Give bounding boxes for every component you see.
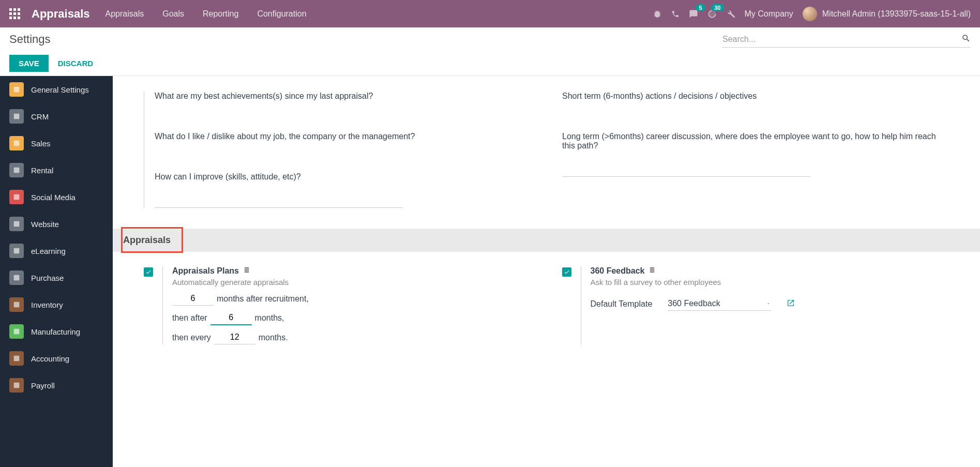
sidebar-item-sales[interactable]: Sales <box>0 130 113 157</box>
nav-configuration[interactable]: Configuration <box>257 9 306 19</box>
plan-num3-input[interactable] <box>214 330 255 344</box>
plan-num2-input[interactable] <box>210 311 252 325</box>
phone-icon[interactable] <box>671 10 680 18</box>
svg-rect-3 <box>14 168 20 173</box>
company-name[interactable]: My Company <box>745 9 793 19</box>
search-input[interactable] <box>722 32 961 47</box>
building-icon <box>243 266 250 276</box>
nav-goals[interactable]: Goals <box>162 9 184 19</box>
svg-rect-7 <box>14 275 20 281</box>
sidebar-icon <box>9 190 24 204</box>
sidebar-item-manufacturing[interactable]: Manufacturing <box>0 318 113 345</box>
appraisals-plans-desc: Automatically generate appraisals <box>172 278 531 287</box>
svg-rect-10 <box>14 356 20 361</box>
messages-badge: 5 <box>696 4 705 11</box>
brand: Appraisals <box>32 7 90 21</box>
sidebar-item-inventory[interactable]: Inventory <box>0 291 113 318</box>
appraisals-plans-title: Appraisals Plans <box>172 266 239 276</box>
sidebar-icon <box>9 82 24 97</box>
sidebar-icon <box>9 351 24 366</box>
sidebar-item-elearning[interactable]: eLearning <box>0 237 113 264</box>
building-icon <box>649 266 656 276</box>
template-select[interactable]: 360 Feedback <box>668 297 771 311</box>
nav-reporting[interactable]: Reporting <box>203 9 238 19</box>
svg-rect-8 <box>14 302 20 308</box>
sidebar-item-crm[interactable]: CRM <box>0 103 113 130</box>
activity-badge: 30 <box>711 4 723 11</box>
sidebar-item-label: Rental <box>31 166 53 175</box>
sidebar-icon <box>9 270 24 285</box>
sidebar-item-label: eLearning <box>31 247 66 255</box>
sidebar-item-website[interactable]: Website <box>0 210 113 237</box>
sidebar-icon <box>9 324 24 339</box>
svg-rect-6 <box>14 248 20 254</box>
user-menu[interactable]: Mitchell Admin (13933975-saas-15-1-all) <box>803 7 971 21</box>
save-button[interactable]: SAVE <box>9 55 49 72</box>
sidebar-icon <box>9 136 24 150</box>
template-value: 360 Feedback <box>668 299 762 308</box>
activity-icon[interactable]: 30 <box>707 9 717 19</box>
apps-icon[interactable] <box>9 8 20 19</box>
chevron-down-icon <box>766 299 771 308</box>
nav-appraisals[interactable]: Appraisals <box>105 9 144 19</box>
sidebar-item-label: Website <box>31 220 59 229</box>
svg-rect-1 <box>14 114 20 119</box>
sidebar-item-label: CRM <box>31 112 49 121</box>
user-name: Mitchell Admin (13933975-saas-15-1-all) <box>822 9 971 19</box>
sidebar-item-payroll[interactable]: Payroll <box>0 372 113 399</box>
avatar <box>803 7 817 21</box>
sidebar: General SettingsCRMSalesRentalSocial Med… <box>0 76 113 467</box>
sidebar-item-accounting[interactable]: Accounting <box>0 345 113 372</box>
sidebar-icon <box>9 297 24 312</box>
sidebar-icon <box>9 163 24 177</box>
messages-icon[interactable]: 5 <box>689 9 698 19</box>
question-q2: Short term (6-months) actions / decision… <box>562 92 949 101</box>
plan-txt1: months after recruitment, <box>217 294 309 304</box>
feedback-checkbox[interactable] <box>562 267 571 277</box>
feedback-title: 360 Feedback <box>591 266 645 276</box>
svg-rect-11 <box>14 383 20 388</box>
search-icon[interactable] <box>961 34 971 44</box>
sidebar-item-label: Accounting <box>31 354 69 363</box>
page-title: Settings <box>9 33 51 46</box>
sidebar-item-label: Manufacturing <box>31 327 80 336</box>
svg-rect-9 <box>14 329 20 335</box>
sidebar-item-label: Payroll <box>31 381 55 390</box>
svg-rect-5 <box>14 221 20 227</box>
question-q4: Long term (>6months) career discussion, … <box>562 132 949 150</box>
plan-txt2a: then after <box>172 313 207 323</box>
sidebar-icon <box>9 244 24 258</box>
sidebar-item-label: Sales <box>31 139 51 148</box>
plan-txt2b: months, <box>255 313 284 323</box>
section-title: Appraisals <box>123 235 970 246</box>
svg-rect-0 <box>14 87 20 93</box>
plan-num1-input[interactable] <box>172 292 214 306</box>
question-q1: What are my best achievements(s) since m… <box>155 92 541 101</box>
sidebar-icon <box>9 109 24 124</box>
sidebar-item-label: General Settings <box>31 85 89 94</box>
tools-icon[interactable] <box>726 9 735 19</box>
sidebar-icon <box>9 378 24 393</box>
external-link-icon[interactable] <box>787 299 795 309</box>
svg-rect-2 <box>14 141 20 146</box>
feedback-desc: Ask to fill a survey to other employees <box>591 278 949 287</box>
plan-txt3b: months. <box>259 333 288 342</box>
template-label: Default Template <box>591 299 653 309</box>
sidebar-item-label: Purchase <box>31 274 64 282</box>
bug-icon[interactable] <box>653 9 662 19</box>
appraisals-plans-checkbox[interactable] <box>144 267 153 277</box>
sidebar-item-label: Inventory <box>31 300 63 309</box>
sidebar-item-general-settings[interactable]: General Settings <box>0 76 113 103</box>
plan-txt3a: then every <box>172 333 211 342</box>
sidebar-item-label: Social Media <box>31 193 76 202</box>
sidebar-item-rental[interactable]: Rental <box>0 157 113 184</box>
sidebar-item-social-media[interactable]: Social Media <box>0 184 113 210</box>
discard-button[interactable]: DISCARD <box>58 59 93 68</box>
question-q5: How can I improve (skills, attitude, etc… <box>155 172 541 182</box>
question-q3: What do I like / dislike about my job, t… <box>155 132 541 141</box>
svg-rect-4 <box>14 194 20 200</box>
sidebar-icon <box>9 217 24 231</box>
sidebar-item-purchase[interactable]: Purchase <box>0 264 113 291</box>
